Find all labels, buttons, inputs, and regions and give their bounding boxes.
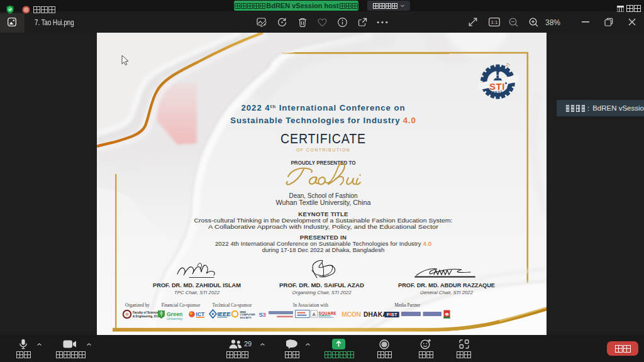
svg-text:PROUDLY PRESENTED TO: PROUDLY PRESENTED TO bbox=[291, 160, 356, 166]
svg-text:In Association with: In Association with bbox=[293, 303, 328, 308]
svg-text:during 17-18 Dec 2022 at Dhaka: during 17-18 Dec 2022 at Dhaka, Banglade… bbox=[262, 246, 385, 253]
svg-text:Technical Co-sponsor: Technical Co-sponsor bbox=[213, 303, 252, 308]
svg-text:TPC Chair, STI 2022: TPC Chair, STI 2022 bbox=[174, 290, 220, 295]
svg-text:PROF. DR. MD. ABDUR RAZZAQUE: PROF. DR. MD. ABDUR RAZZAQUE bbox=[398, 282, 495, 288]
svg-text:Media Partner: Media Partner bbox=[394, 303, 421, 308]
svg-text:PROF. DR. MD. SAIFUL AZAD: PROF. DR. MD. SAIFUL AZAD bbox=[279, 282, 364, 288]
svg-text:University: University bbox=[167, 317, 183, 321]
svg-text:Wuhan Textile University, Chin: Wuhan Textile University, China bbox=[276, 199, 371, 206]
svg-text:Dean, School of Fashion: Dean, School of Fashion bbox=[289, 192, 358, 199]
svg-text:ICT: ICT bbox=[196, 311, 206, 317]
svg-text:DHAKA: DHAKA bbox=[364, 311, 387, 318]
svg-text:& Engineering, GUB: & Engineering, GUB bbox=[133, 315, 161, 318]
svg-text:Financial Co-sponsor: Financial Co-sponsor bbox=[162, 303, 201, 308]
svg-text:3: 3 bbox=[263, 311, 266, 318]
svg-text:KEYNOTE TITLE: KEYNOTE TITLE bbox=[298, 211, 348, 217]
svg-text:Organized by: Organized by bbox=[125, 303, 150, 308]
svg-text:SQUARE: SQUARE bbox=[319, 311, 336, 316]
svg-text:A Collaborative Approach with: A Collaborative Approach with Industry, … bbox=[208, 223, 439, 230]
svg-text:Organizing Chair, STI 2022: Organizing Chair, STI 2022 bbox=[292, 290, 352, 295]
svg-text:IEEE: IEEE bbox=[218, 310, 231, 317]
svg-text:Green: Green bbox=[167, 311, 182, 317]
svg-text:SOCIETY: SOCIETY bbox=[240, 316, 252, 319]
svg-text:General Chair, STI 2022: General Chair, STI 2022 bbox=[420, 290, 474, 295]
svg-text:CERTIFICATE: CERTIFICATE bbox=[280, 131, 366, 146]
svg-text:Sustainable Technologies for I: Sustainable Technologies for Industry 4.… bbox=[230, 116, 416, 125]
svg-text:MCON: MCON bbox=[341, 310, 361, 318]
svg-text:PROF. DR. MD. ZAHIDUL ISLAM: PROF. DR. MD. ZAHIDUL ISLAM bbox=[153, 282, 241, 288]
svg-text:2022 4th International Confer: 2022 4th International Conference on bbox=[242, 103, 406, 112]
svg-text:OF CONTRIBUTION: OF CONTRIBUTION bbox=[296, 147, 350, 153]
svg-text:2022: 2022 bbox=[492, 89, 502, 94]
svg-text:1:1: 1:1 bbox=[491, 19, 498, 25]
svg-text:Faculty of Science: Faculty of Science bbox=[133, 311, 158, 314]
svg-text:P ST: P ST bbox=[387, 312, 397, 317]
